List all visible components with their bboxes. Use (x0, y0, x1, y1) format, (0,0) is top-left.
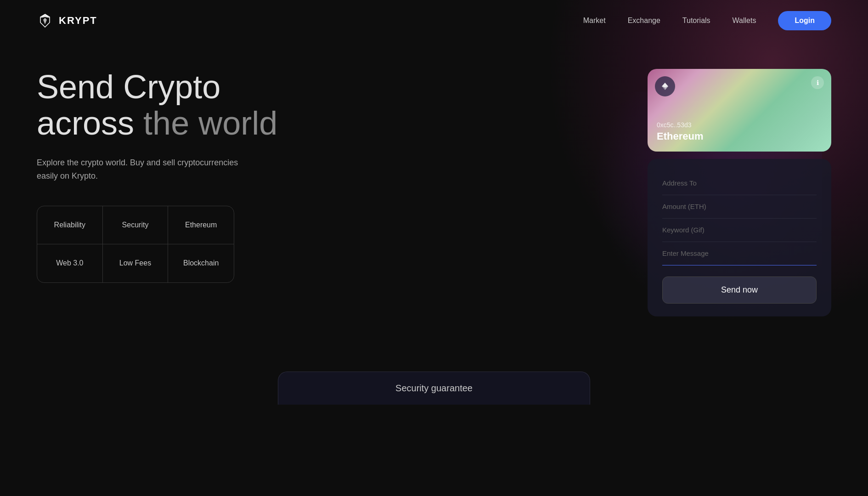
eth-card: ℹ 0xc5c..53d3 Ethereum (648, 69, 831, 152)
enter-message-input[interactable] (662, 249, 817, 257)
feature-reliability[interactable]: Reliability (37, 206, 103, 244)
enter-message-field (662, 242, 817, 265)
keyword-gif-input[interactable] (662, 226, 817, 234)
address-to-field (662, 172, 817, 195)
nav-exchange[interactable]: Exchange (628, 17, 660, 25)
logo-area: KRYPT (37, 12, 97, 29)
hero-title-line1: Send Crypto (37, 68, 220, 105)
hero-title-line2-normal: across (37, 105, 143, 141)
hero-title: Send Crypto across the world (37, 69, 474, 141)
hero-right: ℹ 0xc5c..53d3 Ethereum Send now (648, 69, 831, 316)
hero-subtitle: Explore the crypto world. Buy and sell c… (37, 156, 257, 183)
feature-blockchain[interactable]: Blockchain (168, 244, 234, 282)
security-section: Security guarantee (278, 372, 590, 405)
keyword-gif-field (662, 219, 817, 242)
krypt-logo-icon (37, 12, 53, 29)
address-to-input[interactable] (662, 179, 817, 187)
amount-eth-input[interactable] (662, 203, 817, 210)
nav-market[interactable]: Market (583, 17, 606, 25)
eth-logo (655, 76, 675, 96)
feature-lowfees[interactable]: Low Fees (103, 244, 169, 282)
feature-security[interactable]: Security (103, 206, 169, 244)
eth-currency-name: Ethereum (657, 130, 703, 142)
send-form: Send now (648, 159, 831, 316)
feature-ethereum[interactable]: Ethereum (168, 206, 234, 244)
nav-wallets[interactable]: Wallets (733, 17, 756, 25)
ethereum-icon (660, 82, 670, 91)
hero-title-line2-highlight: the world (143, 105, 277, 141)
navbar: KRYPT Market Exchange Tutorials Wallets … (0, 0, 868, 41)
feature-grid: Reliability Security Ethereum Web 3.0 Lo… (37, 206, 234, 283)
feature-web3[interactable]: Web 3.0 (37, 244, 103, 282)
send-now-button[interactable]: Send now (662, 276, 817, 304)
hero-left: Send Crypto across the world Explore the… (37, 69, 474, 283)
brand-name: KRYPT (59, 15, 97, 27)
nav-tutorials[interactable]: Tutorials (682, 17, 710, 25)
security-title: Security guarantee (395, 383, 473, 393)
nav-links: Market Exchange Tutorials Wallets Login (583, 11, 831, 30)
info-icon[interactable]: ℹ (811, 76, 824, 89)
amount-eth-field (662, 195, 817, 219)
hero-section: Send Crypto across the world Explore the… (0, 41, 868, 344)
eth-card-details: 0xc5c..53d3 Ethereum (657, 121, 703, 142)
eth-address: 0xc5c..53d3 (657, 121, 703, 129)
login-button[interactable]: Login (778, 11, 831, 30)
